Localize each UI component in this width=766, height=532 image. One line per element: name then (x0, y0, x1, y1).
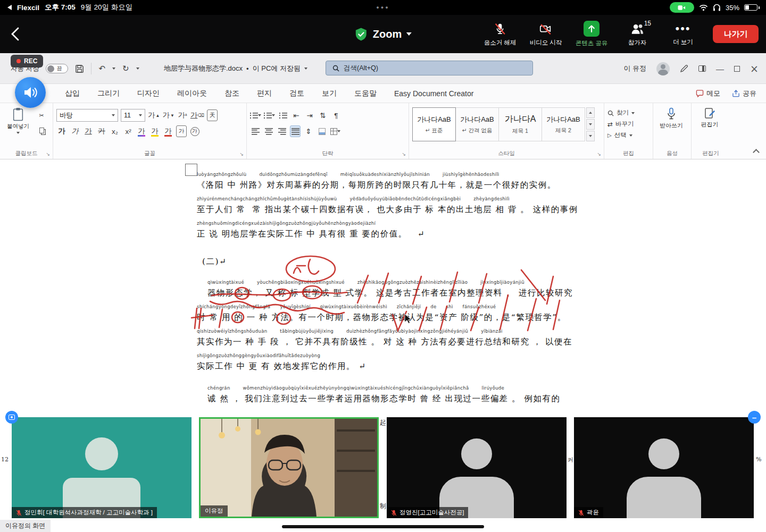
collapse-ribbon-chevron[interactable] (753, 149, 760, 156)
more-button[interactable]: ••• 더 보기 (664, 22, 702, 46)
titlebar-more-chevron[interactable] (136, 67, 139, 70)
underline-button[interactable]: 가 (83, 125, 94, 137)
borders-button[interactable] (330, 125, 340, 137)
style-normal[interactable]: 가나다AaB ↵ 표준 (412, 107, 456, 141)
justify-button[interactable] (290, 125, 301, 137)
hide-thumbnails-button[interactable]: – (748, 411, 761, 424)
multitask-dots-icon[interactable]: ●●● (376, 5, 389, 10)
text-effects-button[interactable]: 가 (136, 125, 147, 137)
user-avatar[interactable] (656, 62, 670, 75)
styles-scroll-down[interactable] (586, 119, 595, 130)
change-case-button[interactable]: 가ᵃ (177, 109, 188, 121)
character-border-button[interactable]: 가 (176, 125, 187, 137)
dictate-button[interactable]: 받아쓰기 (656, 107, 686, 130)
autosave-toggle[interactable]: 끔 (46, 64, 68, 73)
align-right-button[interactable] (277, 125, 287, 137)
tab-view[interactable]: 보기 (322, 89, 337, 98)
styles-scroll-up[interactable] (586, 107, 595, 118)
pen-mode-icon[interactable] (680, 64, 688, 73)
document-title-area[interactable]: 地层学与器物形态学.docx • 이 PC에 저장됨 (164, 53, 307, 84)
multilevel-list-button[interactable] (278, 109, 288, 121)
audio-speaker-button[interactable] (15, 77, 46, 108)
home-indicator[interactable] (282, 525, 484, 528)
tab-design[interactable]: 디자인 (137, 89, 160, 98)
paste-button[interactable]: 붙여넣기 (3, 107, 33, 136)
bold-button[interactable]: 가 (56, 125, 67, 137)
clipboard-dialog-launcher[interactable]: ↘ (46, 151, 50, 157)
tab-mailings[interactable]: 편지 (257, 89, 272, 98)
styles-dialog-launcher[interactable]: ↘ (597, 151, 601, 157)
undo-chevron-icon[interactable] (112, 67, 115, 70)
minimize-button[interactable]: — (716, 64, 724, 73)
tab-insert[interactable]: 삽입 (65, 89, 80, 98)
style-no-spacing[interactable]: 가나다AaB ↵ 간격 없음 (455, 107, 499, 141)
participants-button[interactable]: 15 참가자 (618, 22, 656, 47)
font-name-select[interactable]: 바탕 (56, 109, 118, 122)
align-left-button[interactable] (250, 125, 261, 137)
tab-draw[interactable]: 그리기 (97, 89, 120, 98)
shading-button[interactable] (317, 125, 327, 137)
strikethrough-button[interactable]: 가 (96, 125, 107, 137)
back-app-name[interactable]: Flexcil (17, 4, 39, 12)
numbering-button[interactable] (264, 109, 275, 121)
comments-button[interactable]: 메모 (696, 89, 720, 98)
participant-tile-2-active-speaker[interactable]: 이유정 (199, 417, 379, 518)
status-date: 9월 20일 화요일 (81, 3, 133, 12)
increase-indent-button[interactable]: ⇥ (304, 109, 315, 121)
redo-button[interactable]: ↻ (122, 64, 129, 73)
shrink-font-button[interactable]: 가▼ (162, 109, 174, 121)
italic-button[interactable]: 가 (70, 125, 80, 137)
bullets-button[interactable] (250, 109, 261, 121)
enclose-character-button[interactable]: 가 (189, 125, 200, 137)
start-video-button[interactable]: 비디오 시작 (527, 22, 565, 47)
highlight-button[interactable]: 가 (149, 125, 160, 137)
styles-more-button[interactable] (586, 131, 595, 141)
back-chevron-icon[interactable] (10, 26, 21, 43)
show-marks-button[interactable]: ¶ (331, 109, 342, 121)
line-spacing-button[interactable]: ⇕ (303, 125, 314, 137)
search-box[interactable]: 검색(Alt+Q) (326, 61, 533, 75)
maximize-button[interactable] (734, 66, 740, 72)
sort-button[interactable]: ⇅ (318, 109, 328, 121)
screen-recording-indicator[interactable] (670, 2, 694, 13)
tab-layout[interactable]: 레이아웃 (177, 89, 207, 98)
clear-formatting-button[interactable]: 가⌫ (190, 109, 204, 121)
share-content-button[interactable]: 콘텐츠 공유 (572, 21, 611, 47)
tab-help[interactable]: 도움말 (354, 89, 377, 98)
paragraph-dialog-launcher[interactable]: ↘ (402, 151, 406, 157)
replace-button[interactable]: ⇄ 바꾸기 (607, 119, 650, 130)
font-color-button[interactable]: 가 (163, 125, 173, 137)
subscript-button[interactable]: x₂ (110, 125, 120, 137)
tab-references[interactable]: 참조 (224, 89, 239, 98)
superscript-button[interactable]: x² (123, 125, 134, 137)
find-button[interactable]: 찾기 (607, 107, 650, 119)
meeting-title-area[interactable]: Zoom (354, 15, 412, 53)
style-heading2[interactable]: 가나다AaB 제목 2 (542, 107, 585, 141)
grow-font-button[interactable]: 가▲ (148, 109, 160, 121)
tab-review[interactable]: 검토 (289, 89, 304, 98)
save-icon[interactable] (75, 64, 84, 73)
panel-toggle-icon[interactable] (698, 65, 706, 72)
align-center-button[interactable] (263, 125, 274, 137)
participant-tile-4[interactable]: 곽윤 (574, 417, 754, 518)
leave-button[interactable]: 나가기 (713, 25, 759, 43)
hanja-convert-button[interactable]: 天 (207, 109, 218, 121)
back-to-app-icon[interactable] (7, 5, 12, 10)
font-dialog-launcher[interactable]: ↘ (239, 151, 244, 157)
undo-button[interactable]: ↶ (98, 64, 105, 73)
participant-tile-1[interactable]: 정민휘[ 대학원석사과정재학 / 고고미술사학과 ] (12, 417, 192, 518)
share-button[interactable]: 공유 (732, 89, 756, 98)
cut-button[interactable]: ✂ (36, 109, 47, 121)
decrease-indent-button[interactable]: ⇤ (291, 109, 302, 121)
style-heading1[interactable]: 가나다A 제목 1 (498, 107, 542, 141)
close-button[interactable]: × (750, 63, 759, 74)
tab-easy-document-creator[interactable]: Easy Document Creator (394, 89, 473, 98)
gallery-view-button[interactable] (5, 411, 18, 424)
font-size-select[interactable]: 11 (121, 109, 145, 122)
unmute-button[interactable]: 음소거 해제 (481, 22, 519, 47)
participant-tile-3[interactable]: 정영진[고고미술사전공] (387, 417, 567, 518)
editor-button[interactable]: 편집기 (695, 107, 725, 129)
select-button[interactable]: ▷ 선택 (607, 130, 650, 141)
user-name[interactable]: 이 유정 (623, 64, 646, 73)
copy-button[interactable] (36, 124, 47, 136)
